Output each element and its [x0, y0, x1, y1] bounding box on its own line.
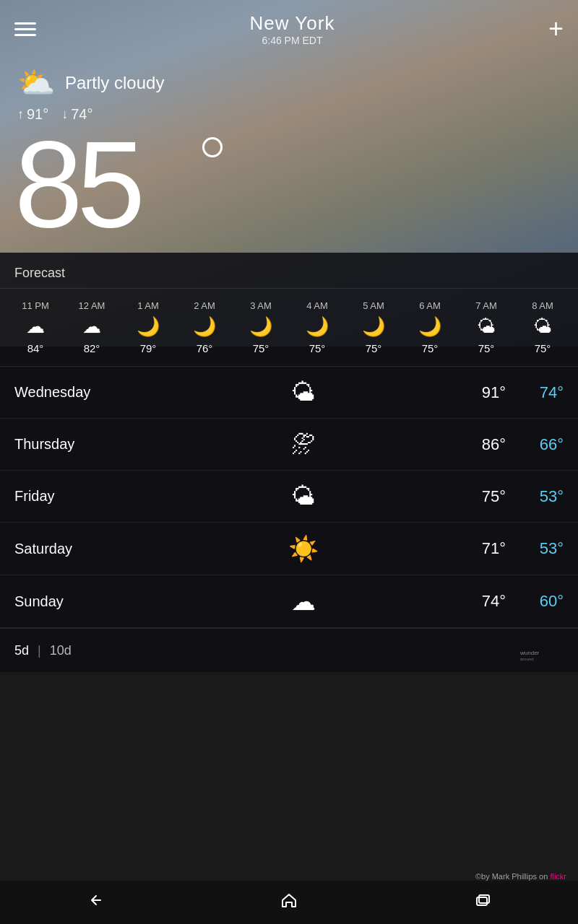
day-name: Friday [14, 488, 159, 505]
back-button[interactable] [86, 890, 106, 915]
hour-icon: 🌙 [137, 315, 160, 338]
flickr-text: flickr [550, 872, 566, 881]
day-icon: ☀️ [159, 534, 448, 563]
daily-item: Sunday ☁ 74° 60° [0, 575, 578, 628]
day-name: Sunday [14, 593, 159, 610]
hour-item: 3 AM 🌙 75° [233, 297, 289, 357]
hour-label: 1 AM [137, 300, 159, 311]
daily-item: Saturday ☀️ 71° 53° [0, 523, 578, 575]
current-temp: 85 [0, 123, 578, 245]
hour-item: 7 AM 🌤 75° [458, 297, 514, 357]
city-name: New York [250, 12, 335, 35]
forecast-footer: 5d | 10d wunder ground [0, 628, 578, 672]
degree-symbol [202, 137, 223, 157]
day-icon: ☁ [159, 587, 448, 616]
hour-item: 1 AM 🌙 79° [120, 297, 176, 357]
nav-bar [0, 881, 578, 924]
hour-label: 8 AM [532, 300, 553, 311]
condition-text: Partly cloudy [65, 73, 164, 93]
forecast-panel: Forecast 11 PM ☁ 84° 12 AM ☁ 82° 1 AM 🌙 … [0, 253, 578, 672]
hour-label: 11 PM [22, 300, 49, 311]
svg-text:wunder: wunder [520, 650, 540, 656]
footer-tabs: 5d | 10d [14, 643, 72, 658]
hour-temp: 75° [253, 342, 269, 354]
day-icon: 🌤 [159, 378, 448, 406]
hour-icon: ☁ [82, 315, 101, 338]
daily-item: Thursday ⛈ 86° 66° [0, 419, 578, 471]
day-hi: 91° [448, 383, 506, 402]
hour-temp: 75° [366, 342, 382, 354]
daily-container: Wednesday 🌤 91° 74° Thursday ⛈ 86° 66° F… [0, 367, 578, 628]
day-name: Wednesday [14, 384, 159, 401]
hour-item: 11 PM ☁ 84° [7, 297, 64, 357]
hour-item: 4 AM 🌙 75° [289, 297, 345, 357]
daily-item: Wednesday 🌤 91° 74° [0, 367, 578, 419]
hour-label: 2 AM [194, 300, 215, 311]
condition-row: ⛅ Partly cloudy [17, 65, 561, 100]
day-name: Saturday [14, 541, 159, 557]
day-hi: 86° [448, 435, 506, 454]
add-button[interactable]: + [548, 16, 564, 42]
day-name: Thursday [14, 436, 159, 453]
time-display: 6:46 PM EDT [250, 35, 335, 46]
hour-item: 12 AM ☁ 82° [64, 297, 120, 357]
day-lo: 66° [506, 435, 564, 454]
hour-icon: 🌙 [362, 315, 385, 338]
hour-icon: 🌙 [193, 315, 216, 338]
day-hi: 74° [448, 592, 506, 611]
hour-temp: 79° [140, 342, 157, 354]
tab-10d[interactable]: 10d [50, 643, 72, 658]
hour-label: 6 AM [419, 300, 441, 311]
hour-item: 6 AM 🌙 75° [402, 297, 458, 357]
daily-item: Friday 🌤 75° 53° [0, 471, 578, 523]
hour-icon: 🌤 [477, 315, 496, 338]
hour-label: 7 AM [475, 300, 497, 311]
header: New York 6:46 PM EDT + [0, 0, 578, 58]
credit-text: ©by Mark Phillips on [475, 872, 550, 881]
hourly-scroll[interactable]: 11 PM ☁ 84° 12 AM ☁ 82° 1 AM 🌙 79° 2 AM … [0, 289, 578, 367]
hour-icon: ☁ [26, 315, 45, 338]
hour-temp: 75° [478, 342, 495, 354]
hour-temp: 75° [422, 342, 439, 354]
tab-divider: | [38, 643, 41, 658]
menu-icon[interactable] [14, 22, 36, 36]
day-hi: 75° [448, 487, 506, 506]
condition-icon: ⛅ [17, 65, 55, 100]
hour-item: 8 AM 🌤 75° [514, 297, 571, 357]
hour-label: 12 AM [79, 300, 105, 311]
day-lo: 53° [506, 539, 564, 558]
day-hi: 71° [448, 539, 506, 558]
hour-temp: 76° [197, 342, 213, 354]
day-lo: 74° [506, 383, 564, 402]
hour-icon: 🌙 [418, 315, 441, 338]
hour-icon: 🌙 [249, 315, 272, 338]
day-icon: ⛈ [159, 430, 448, 458]
hour-item: 5 AM 🌙 75° [345, 297, 402, 357]
hour-icon: 🌙 [306, 315, 329, 338]
hour-icon: 🌤 [533, 315, 552, 338]
day-lo: 60° [506, 592, 564, 611]
header-center: New York 6:46 PM EDT [250, 12, 335, 46]
photo-credit: ©by Mark Phillips on flickr [475, 872, 566, 881]
tab-5d[interactable]: 5d [14, 643, 29, 658]
recents-button[interactable] [472, 890, 492, 915]
wunderground-logo: wunder ground [520, 639, 564, 662]
current-weather: ⛅ Partly cloudy ↑ 91° ↓ 74° [0, 58, 578, 123]
home-button[interactable] [279, 890, 299, 915]
hour-temp: 75° [309, 342, 326, 354]
hour-temp: 75° [535, 342, 551, 354]
hour-temp: 84° [27, 342, 44, 354]
hour-temp: 82° [84, 342, 100, 354]
day-lo: 53° [506, 487, 564, 506]
forecast-title: Forecast [0, 253, 578, 289]
hour-label: 5 AM [363, 300, 384, 311]
hour-label: 3 AM [250, 300, 272, 311]
svg-text:ground: ground [520, 657, 534, 661]
hour-item: 2 AM 🌙 76° [176, 297, 233, 357]
day-icon: 🌤 [159, 482, 448, 510]
hour-label: 4 AM [306, 300, 328, 311]
temp-value: 85 [14, 116, 139, 253]
